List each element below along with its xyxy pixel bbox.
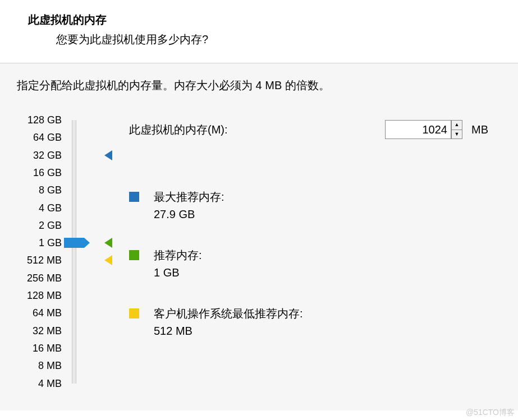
marker-max-icon [104, 150, 112, 160]
instruction-text: 指定分配给此虚拟机的内存量。内存大小必须为 4 MB 的倍数。 [17, 78, 501, 93]
slider-tick: 32 MB [33, 325, 62, 336]
legend-recommended-icon [129, 250, 139, 260]
legend-recommended-value: 1 GB [154, 266, 202, 279]
marker-min-icon [104, 255, 112, 265]
slider-tick: 2 GB [39, 219, 62, 231]
spin-down-button[interactable]: ▼ [451, 130, 462, 140]
page-subtitle: 您要为此虚拟机使用多少内存? [56, 32, 518, 47]
legend-max-icon [129, 192, 139, 202]
spin-up-button[interactable]: ▲ [451, 120, 462, 130]
legend-max-label: 最大推荐内存: [154, 190, 224, 205]
slider-tick: 256 MB [27, 272, 62, 284]
slider-tick: 8 GB [39, 184, 62, 196]
slider-tick: 128 GB [27, 114, 62, 126]
slider-tick: 4 MB [38, 377, 62, 389]
memory-input[interactable] [385, 120, 451, 139]
slider-handle[interactable] [64, 238, 84, 248]
slider-tick: 64 GB [33, 132, 62, 144]
slider-tick: 128 MB [27, 290, 62, 302]
slider-tick: 4 GB [39, 202, 62, 214]
legend-min-label: 客户机操作系统最低推荐内存: [154, 306, 303, 321]
slider-tick: 8 MB [38, 360, 62, 372]
memory-spinbox[interactable]: ▲ ▼ [385, 120, 462, 139]
legend-min-icon [129, 308, 139, 319]
marker-recommended-icon [104, 238, 112, 248]
watermark: @51CTO博客 [466, 408, 515, 418]
slider-tick: 64 MB [33, 307, 62, 319]
slider-tick: 1 GB [39, 237, 62, 249]
memory-unit: MB [471, 123, 488, 136]
legend-recommended-label: 推荐内存: [154, 248, 202, 263]
slider-tick: 512 MB [27, 255, 62, 266]
slider-tick: 16 MB [33, 342, 62, 354]
slider-tick: 32 GB [33, 149, 62, 161]
slider-track[interactable] [72, 120, 76, 384]
memory-field-label: 此虚拟机的内存(M): [129, 122, 385, 137]
legend-min-value: 512 MB [154, 325, 303, 338]
legend-max-value: 27.9 GB [154, 208, 224, 221]
page-title: 此虚拟机的内存 [28, 12, 518, 27]
slider-tick: 16 GB [33, 167, 62, 178]
